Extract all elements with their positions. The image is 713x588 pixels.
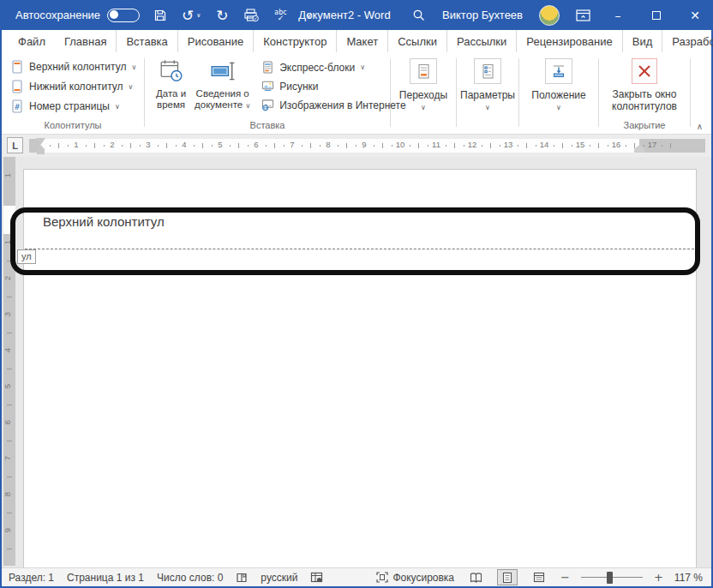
autosave-toggle[interactable] [107, 9, 140, 22]
header-menu-label: Верхний колонтитул [29, 61, 126, 73]
pictures-button[interactable]: Рисунки [261, 80, 405, 93]
options-group-button[interactable]: Параметры ∨ [457, 55, 518, 134]
document-area: 1123456789 Верхний колонтитул ул [2, 157, 711, 567]
tab-mailings[interactable]: Рассылки [446, 30, 516, 52]
chevron-down-icon[interactable]: ∨ [196, 8, 201, 23]
quick-parts-label: Экспресс-блоки [279, 62, 355, 74]
quick-access-toolbar: ↺∨ ↻ abc✓ ∨ [153, 6, 315, 25]
header-boundary-line [25, 249, 694, 249]
group-header-footer: Верхний колонтитул ∨ Нижний колонтитул ∨… [2, 55, 144, 134]
titlebar-right: Виктор Бухтеев – ✕ [412, 0, 706, 30]
close-button[interactable]: ✕ [684, 0, 706, 30]
quick-print-icon[interactable] [243, 6, 259, 25]
macro-record-icon[interactable] [310, 572, 323, 584]
titlebar: Автосохранение ↺∨ ↻ abc✓ ∨ Документ2 - W… [2, 0, 711, 30]
search-icon[interactable] [412, 9, 426, 22]
chevron-down-icon: ∨ [360, 63, 365, 71]
zoom-in-button[interactable]: + [654, 571, 663, 584]
online-pictures-icon [261, 99, 274, 111]
focus-mode-button[interactable]: Фокусировка [376, 572, 454, 584]
position-iconbox [545, 58, 572, 84]
ribbon-tabs: Файл Главная Вставка Рисование Конструкт… [2, 30, 711, 52]
read-mode-button[interactable] [465, 569, 486, 585]
chevron-down-icon: ∨ [131, 63, 136, 71]
tab-insert[interactable]: Вставка [116, 30, 177, 52]
chevron-down-icon: ∨ [421, 104, 426, 111]
options-label: Параметры [460, 89, 515, 101]
position-label: Положение [531, 89, 585, 101]
zoom-slider[interactable] [581, 572, 643, 584]
document-info-label: Сведения одокументе ∨ [195, 88, 250, 111]
header-placeholder-text[interactable]: Верхний колонтитул [43, 214, 165, 229]
save-icon[interactable] [153, 6, 167, 25]
tab-draw[interactable]: Рисование [177, 30, 253, 52]
word-window: Автосохранение ↺∨ ↻ abc✓ ∨ Документ2 - W… [0, 0, 713, 588]
avatar[interactable] [539, 5, 560, 26]
pictures-label: Рисунки [279, 81, 318, 93]
quick-parts-button[interactable]: Экспресс-блоки ∨ [261, 61, 405, 74]
online-pictures-label: Изображения в Интернете [279, 99, 405, 111]
tab-header-footer-design[interactable]: Конструктор [253, 30, 336, 52]
web-layout-button[interactable] [529, 569, 549, 585]
word-count[interactable]: Число слов: 0 [157, 572, 223, 584]
minimize-button[interactable]: – [607, 0, 629, 30]
document-info-icon [210, 58, 236, 84]
check-icon: ✓ [278, 15, 285, 21]
group-close: Закрыть окноколонтитулов Закрытие [599, 55, 690, 134]
maximize-icon [652, 11, 661, 20]
options-icon [480, 63, 495, 80]
print-layout-button[interactable] [497, 569, 518, 585]
tab-developer[interactable]: Разработчик [662, 30, 713, 52]
group-label-header-footer: Колонтитулы [2, 120, 144, 130]
tab-layout[interactable]: Макет [336, 30, 387, 52]
user-name[interactable]: Виктор Бухтеев [442, 9, 523, 21]
zoom-out-button[interactable]: − [560, 571, 570, 584]
ribbon-display-options-icon[interactable] [576, 9, 590, 21]
group-label-close: Закрытие [599, 120, 690, 130]
close-header-footer-label: Закрыть окноколонтитулов [612, 88, 677, 112]
undo-button[interactable]: ↺∨ [182, 6, 201, 25]
redo-button[interactable]: ↻ [215, 6, 229, 25]
online-pictures-button[interactable]: Изображения в Интернете [261, 99, 405, 111]
proofing-icon[interactable] [236, 572, 248, 584]
page-number-menu-label: Номер страницы [29, 100, 110, 112]
header-menu-button[interactable]: Верхний колонтитул ∨ [10, 60, 144, 74]
chevron-down-icon: ∨ [485, 104, 490, 111]
horizontal-ruler[interactable]: L 1234567891011121314151617 [2, 135, 711, 157]
left-indent-marker[interactable] [37, 150, 45, 154]
navigation-iconbox [410, 58, 437, 84]
vertical-ruler[interactable]: 1123456789 [3, 157, 15, 566]
header-tag: ул [17, 249, 36, 264]
tab-references[interactable]: Ссылки [387, 30, 446, 52]
maximize-button[interactable] [645, 0, 668, 30]
collapse-ribbon-icon[interactable]: ∧ [697, 122, 703, 131]
undo-icon: ↺ [182, 8, 194, 23]
close-header-footer-icon [637, 63, 652, 79]
tab-file[interactable]: Файл [9, 30, 55, 52]
position-group-button[interactable]: Положение ∨ [519, 55, 598, 134]
language-indicator[interactable]: русский [261, 572, 297, 584]
toggle-knob [110, 10, 118, 19]
section-indicator[interactable]: Раздел: 1 [9, 572, 54, 584]
date-time-icon [159, 58, 184, 84]
group-label-insert: Вставка [145, 120, 390, 130]
tab-review[interactable]: Рецензирование [516, 30, 621, 52]
ribbon: Верхний колонтитул ∨ Нижний колонтитул ∨… [2, 52, 711, 135]
footer-menu-label: Нижний колонтитул [29, 81, 123, 93]
page-number-menu-button[interactable]: # Номер страницы ∨ [10, 99, 144, 113]
redo-icon: ↻ [216, 8, 228, 23]
zoom-slider-handle[interactable] [607, 572, 613, 584]
tab-home[interactable]: Главная [55, 30, 116, 52]
close-header-footer-button[interactable]: Закрыть окноколонтитулов [612, 58, 677, 112]
focus-icon [376, 572, 388, 583]
chevron-down-icon: ∨ [556, 104, 561, 111]
zoom-level[interactable]: 117 % [674, 572, 703, 584]
statusbar: Раздел: 1 Страница 1 из 1 Число слов: 0 … [2, 567, 711, 586]
page-number-icon: # [10, 99, 24, 113]
page-indicator[interactable]: Страница 1 из 1 [67, 572, 144, 584]
spelling-icon[interactable]: abc✓ [273, 6, 287, 25]
document-title: Документ2 - Word [298, 9, 390, 21]
footer-menu-button[interactable]: Нижний колонтитул ∨ [10, 80, 144, 93]
quick-parts-icon [261, 61, 274, 74]
tab-view[interactable]: Вид [622, 30, 662, 52]
